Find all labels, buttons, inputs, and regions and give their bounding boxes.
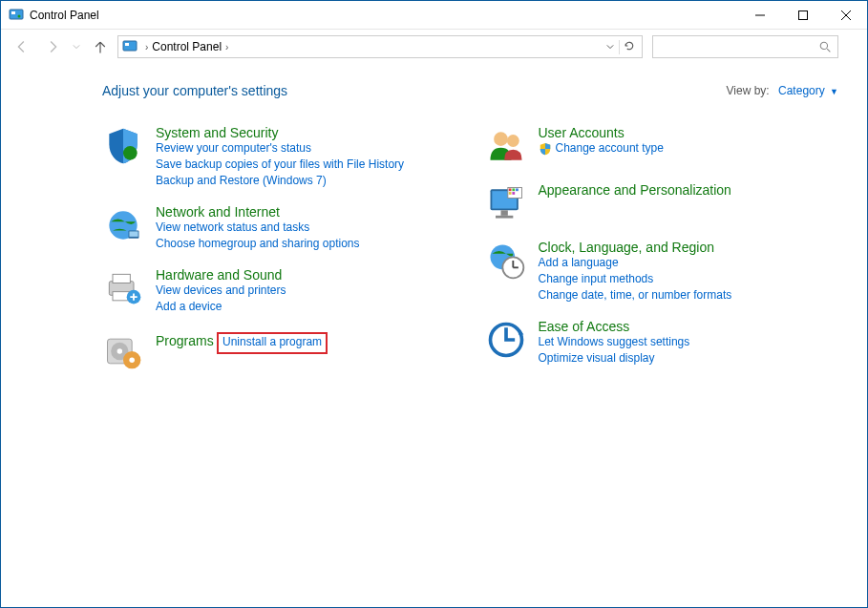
category-title-clock[interactable]: Clock, Language, and Region	[539, 240, 714, 255]
link-network-status[interactable]: View network status and tasks	[156, 220, 359, 236]
category-clock: Clock, Language, and Region Add a langua…	[485, 240, 839, 304]
category-system-security: System and Security Review your computer…	[102, 125, 456, 189]
search-input[interactable]	[652, 35, 838, 58]
globe-icon	[102, 204, 144, 246]
link-devices-printers[interactable]: View devices and printers	[156, 283, 286, 299]
svg-point-25	[506, 135, 519, 147]
right-column: User Accounts Change account type	[485, 125, 839, 388]
svg-rect-34	[508, 192, 511, 195]
svg-rect-4	[798, 10, 807, 19]
forward-button[interactable]	[39, 33, 66, 60]
category-appearance: Appearance and Personalization	[485, 182, 839, 224]
programs-icon	[102, 330, 144, 372]
svg-point-23	[129, 357, 135, 363]
svg-point-37	[502, 257, 523, 278]
titlebar: Control Panel	[1, 1, 867, 30]
category-title-network[interactable]: Network and Internet	[156, 204, 280, 220]
link-add-language[interactable]: Add a language	[539, 255, 732, 271]
svg-rect-33	[516, 188, 519, 191]
refresh-button[interactable]	[619, 40, 638, 54]
link-add-device[interactable]: Add a device	[156, 299, 286, 315]
link-optimize-display[interactable]: Optimize visual display	[539, 350, 690, 367]
svg-rect-31	[508, 188, 511, 191]
category-ease-access: Ease of Access Let Windows suggest setti…	[485, 319, 839, 367]
svg-point-24	[494, 132, 508, 146]
chevron-down-icon: ▼	[830, 87, 838, 96]
svg-point-9	[820, 42, 827, 49]
svg-rect-1	[11, 11, 15, 14]
appearance-icon	[485, 182, 527, 224]
user-accounts-icon	[485, 125, 527, 167]
clock-globe-icon	[485, 240, 527, 282]
shield-icon	[102, 125, 144, 167]
link-uninstall-program[interactable]: Uninstall a program	[222, 334, 322, 350]
ease-of-access-icon	[485, 319, 527, 361]
window-title: Control Panel	[30, 9, 738, 22]
category-network: Network and Internet View network status…	[102, 204, 456, 252]
svg-rect-35	[512, 192, 515, 195]
category-title-system[interactable]: System and Security	[156, 125, 278, 140]
breadcrumb-root[interactable]: Control Panel	[152, 40, 222, 53]
recent-dropdown[interactable]	[70, 33, 83, 60]
up-button[interactable]	[87, 33, 114, 60]
category-programs: Programs Uninstall a program	[102, 330, 456, 372]
category-hardware: Hardware and Sound View devices and prin…	[102, 267, 456, 315]
svg-line-10	[827, 49, 830, 52]
minimize-button[interactable]	[738, 1, 781, 29]
link-input-methods[interactable]: Change input methods	[539, 271, 732, 287]
content-area: Adjust your computer's settings View by:…	[1, 64, 867, 407]
search-icon	[819, 41, 832, 53]
maximize-button[interactable]	[781, 1, 824, 29]
svg-rect-32	[512, 188, 515, 191]
navbar: › Control Panel ›	[1, 30, 867, 64]
address-bar[interactable]: › Control Panel ›	[117, 35, 643, 58]
svg-rect-14	[129, 231, 138, 237]
address-dropdown[interactable]	[602, 40, 619, 53]
uac-shield-icon	[539, 142, 552, 156]
printer-icon	[102, 267, 144, 309]
svg-rect-28	[500, 210, 507, 216]
category-title-programs[interactable]: Programs	[156, 333, 214, 348]
highlighted-link: Uninstall a program	[217, 332, 328, 354]
breadcrumb-sep-2: ›	[222, 42, 232, 52]
svg-rect-29	[496, 216, 513, 219]
svg-rect-8	[125, 43, 129, 46]
category-title-appearance[interactable]: Appearance and Personalization	[539, 182, 731, 198]
viewby-value: Category	[778, 84, 825, 97]
link-date-formats[interactable]: Change date, time, or number formats	[539, 287, 732, 304]
svg-point-11	[123, 146, 138, 160]
page-title: Adjust your computer's settings	[102, 83, 727, 98]
left-column: System and Security Review your computer…	[102, 125, 456, 388]
svg-rect-16	[113, 274, 130, 283]
back-button[interactable]	[9, 33, 35, 60]
viewby-label: View by:	[727, 84, 770, 97]
window-controls	[738, 1, 867, 29]
control-panel-icon	[9, 8, 24, 23]
control-panel-small-icon	[122, 39, 138, 54]
breadcrumb-sep: ›	[141, 42, 152, 52]
category-title-hardware[interactable]: Hardware and Sound	[156, 267, 282, 283]
viewby-control[interactable]: View by: Category ▼	[727, 84, 838, 97]
link-suggest-settings[interactable]: Let Windows suggest settings	[539, 334, 690, 350]
svg-point-2	[18, 14, 21, 17]
close-button[interactable]	[824, 1, 867, 29]
header-row: Adjust your computer's settings View by:…	[102, 83, 838, 98]
category-user-accounts: User Accounts Change account type	[485, 125, 839, 167]
category-title-accounts[interactable]: User Accounts	[539, 125, 625, 140]
link-homegroup[interactable]: Choose homegroup and sharing options	[156, 236, 359, 252]
link-review-status[interactable]: Review your computer's status	[156, 140, 404, 157]
link-file-history[interactable]: Save backup copies of your files with Fi…	[156, 157, 404, 173]
svg-point-21	[117, 348, 122, 354]
link-change-account-type[interactable]: Change account type	[556, 140, 664, 157]
link-backup-restore[interactable]: Backup and Restore (Windows 7)	[156, 173, 404, 189]
category-title-ease[interactable]: Ease of Access	[539, 319, 630, 334]
